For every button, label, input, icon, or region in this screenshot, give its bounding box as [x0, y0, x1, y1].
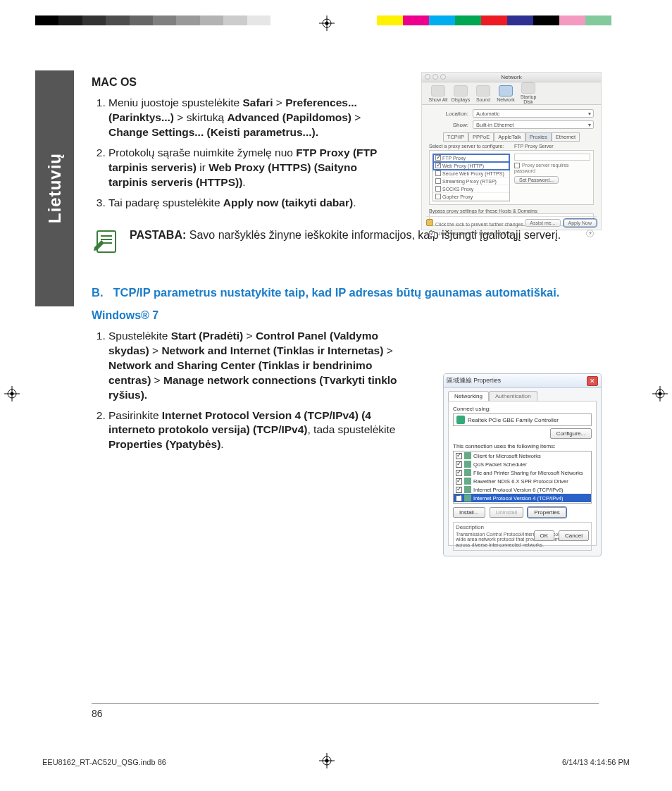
mac-proxy-list: FTP Proxy Web Proxy (HTTP) Secure Web Pr… [433, 154, 510, 201]
macos-step-1: Meniu juostoje spustelėkite Safari > Pre… [108, 96, 394, 140]
lock-icon [426, 219, 433, 226]
svg-rect-16 [97, 231, 116, 252]
mac-toolbar: Show All Displays Sound Network Startup … [422, 82, 601, 105]
svg-point-7 [11, 392, 14, 396]
cancel-button[interactable]: Cancel [559, 530, 589, 541]
close-icon[interactable]: ✕ [587, 376, 598, 386]
windows-steps: Spustelėkite Start (Pradėti) > Control P… [92, 329, 416, 452]
macos-steps: Meniu juostoje spustelėkite Safari > Pre… [92, 96, 394, 210]
registration-mark-icon [4, 386, 20, 401]
registration-mark-icon [319, 15, 335, 31]
windows7-heading: Windows® 7 [92, 309, 598, 322]
print-timestamp: 6/14/13 4:14:56 PM [562, 758, 630, 766]
print-file-name: EEU8162_RT-AC52U_QSG.indb 86 [42, 758, 166, 766]
registration-mark-icon [652, 386, 668, 401]
language-tab: Lietuvių [35, 70, 74, 306]
print-footer: EEU8162_RT-AC52U_QSG.indb 86 6/14/13 4:1… [42, 758, 630, 766]
protocol-list[interactable]: Client for Microsoft Networks QoS Packet… [453, 451, 592, 504]
assist-button[interactable]: Assist me... [525, 219, 560, 227]
configure-button[interactable]: Configure... [550, 428, 592, 439]
section-b-heading: B. TCP/IP parametrus nustatykite taip, k… [92, 285, 598, 300]
print-color-bar-left [35, 15, 270, 25]
uninstall-button: Uninstall [490, 507, 524, 518]
apply-now-button[interactable]: Apply Now [564, 219, 597, 227]
print-color-bar-right [351, 15, 611, 25]
svg-point-11 [659, 392, 662, 396]
properties-button[interactable]: Properties [528, 507, 566, 518]
install-button[interactable]: Install... [453, 507, 485, 518]
note-label: PASTABA: [130, 229, 186, 241]
page-number: 86 [92, 703, 599, 719]
mac-titlebar: Network [422, 73, 601, 82]
windows-step-2: Pasirinkite Internet Protocol Version 4 … [108, 409, 416, 453]
macos-step-2: Protokolų sąraše nuimkite žymelę nuo FTP… [108, 146, 394, 190]
macos-step-3: Tai padarę spustelėkite Apply now (taiky… [108, 196, 394, 211]
language-label: Lietuvių [45, 153, 65, 223]
ok-button[interactable]: OK [534, 530, 555, 541]
note-icon [92, 228, 120, 256]
windows-step-1: Spustelėkite Start (Pradėti) > Control P… [108, 329, 416, 403]
page-content: Lietuvių MAC OS Meniu juostoje spustelėk… [35, 70, 598, 742]
macos-screenshot: Network Show All Displays Sound Network … [421, 72, 602, 230]
svg-point-3 [325, 22, 329, 25]
windows-screenshot: 區域連線 Properties ✕ Networking Authenticat… [443, 373, 602, 556]
